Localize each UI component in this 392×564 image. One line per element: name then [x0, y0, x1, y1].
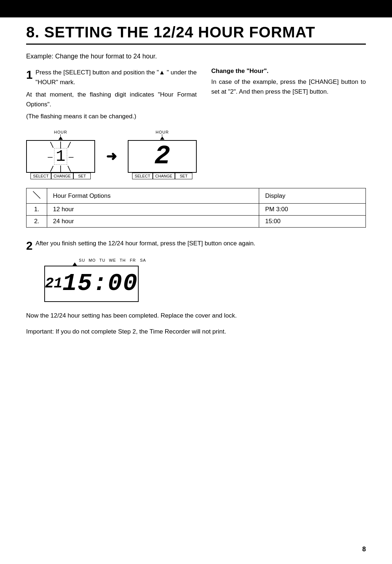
set-btn-after: SET: [175, 173, 192, 179]
dash-left: –: [48, 152, 53, 161]
change-hour-heading: Change the "Hour".: [211, 68, 366, 75]
step2-section: 2 After you finish setting the 12/24 hou…: [26, 238, 366, 302]
diagonal-slash-icon: [32, 191, 41, 199]
arrow-right: ➜: [106, 149, 117, 164]
example-line: Example: Change the hour format to 24 ho…: [26, 53, 366, 60]
bottom-text1: Now the 12/24 hour setting has been comp…: [26, 311, 366, 321]
display-before: HOUR \ | / – 1 – / | \: [26, 130, 95, 179]
lcd-buttons-after: SELECT CHANGE SET: [132, 173, 192, 179]
table-header-row: Hour Format Options Display: [26, 188, 366, 204]
bottom-text2: Important: If you do not complete Step 2…: [26, 327, 366, 337]
table-row2-display: 15:00: [259, 216, 366, 228]
step1-para3: (The flashing means it can be changed.): [26, 111, 197, 121]
table-icon-col-header: [26, 188, 47, 204]
flashing-digit: 1: [54, 148, 67, 165]
svg-line-0: [33, 191, 40, 199]
large-lcd-time: 15:00: [62, 272, 138, 296]
hour-triangle-before: [58, 136, 63, 140]
step1-para1: Press the [SELECT] button and position t…: [26, 68, 197, 87]
table-row2-option: 24 hour: [47, 216, 259, 228]
day-su: SU: [77, 258, 87, 262]
hour-text-after: HOUR: [156, 130, 169, 134]
lcd-buttons-before: SELECT CHANGE SET: [30, 173, 91, 179]
select-btn-after: SELECT: [132, 173, 153, 179]
table-row1-num: 1.: [26, 204, 47, 216]
table-col1-header: Hour Format Options: [47, 188, 259, 204]
hour-label-after: HOUR: [156, 130, 169, 140]
lcd-digit-2: 2: [154, 143, 170, 169]
displays-row: HOUR \ | / – 1 – / | \: [26, 130, 197, 179]
select-btn-before: SELECT: [30, 173, 51, 179]
dash-right: –: [69, 152, 73, 161]
table-col2-header: Display: [259, 188, 366, 204]
day-tu: TU: [97, 258, 107, 262]
day-mo: MO: [87, 258, 97, 262]
step2-text: After you finish setting the 12/24 hour …: [26, 238, 366, 249]
hour-label-before: HOUR: [54, 130, 67, 140]
options-table: Hour Format Options Display 1. 12 hour P…: [26, 188, 366, 228]
step2-para: After you finish setting the 12/24 hour …: [26, 238, 366, 249]
page-number: 8: [362, 545, 366, 553]
table-row: 2. 24 hour 15:00: [26, 216, 366, 228]
page-title: 8. SETTING THE 12/24 HOUR FORMAT: [26, 24, 366, 41]
table-row2-num: 2.: [26, 216, 47, 228]
large-lcd-box: 21 15:00: [44, 266, 139, 302]
slash-bottom: / | \: [50, 165, 72, 172]
day-th: TH: [118, 258, 128, 262]
change-btn-before: CHANGE: [51, 173, 73, 179]
table-row: 1. 12 hour PM 3:00: [26, 204, 366, 216]
lcd-box-after: 2: [128, 140, 197, 173]
top-black-bar: [0, 0, 392, 17]
day-sa: SA: [138, 258, 148, 262]
table-row1-option: 12 hour: [47, 204, 259, 216]
step1-right: Change the "Hour". In case of the exampl…: [211, 68, 366, 179]
change-hour-para: In case of the example, press the [CHANG…: [211, 77, 366, 97]
day-we: WE: [107, 258, 118, 262]
title-divider: [26, 44, 366, 45]
slash-top: \ | /: [50, 141, 72, 148]
lcd-box-before: \ | / – 1 – / | \: [26, 140, 95, 173]
table-row1-display: PM 3:00: [259, 204, 366, 216]
step2-number: 2: [26, 240, 33, 252]
step1-para2: At that moment, the flashing digit indic…: [26, 90, 197, 109]
large-lcd-date: 21: [45, 277, 62, 291]
mo-triangle: [73, 262, 77, 266]
change-hour-text: In case of the example, press the [CHANG…: [211, 77, 366, 97]
step1-number: 1: [26, 69, 33, 81]
change-btn-after: CHANGE: [153, 173, 175, 179]
day-labels-row: SU MO TU WE TH FR SA: [77, 258, 148, 262]
digit-flashing: \ | / – 1 – / | \: [48, 143, 74, 169]
step1-text: Press the [SELECT] button and position t…: [26, 68, 197, 121]
display-after: HOUR 2 SELECT CHANGE SET: [128, 130, 197, 179]
large-display-wrapper: SU MO TU WE TH FR SA 21 15:00: [44, 258, 366, 302]
center-row: – 1 –: [48, 148, 74, 165]
day-fr: FR: [128, 258, 138, 262]
step1-section: 1 Press the [SELECT] button and position…: [26, 68, 366, 179]
hour-text-before: HOUR: [54, 130, 67, 134]
step1-left: 1 Press the [SELECT] button and position…: [26, 68, 197, 179]
hour-triangle-after: [160, 136, 164, 140]
set-btn-before: SET: [73, 173, 91, 179]
